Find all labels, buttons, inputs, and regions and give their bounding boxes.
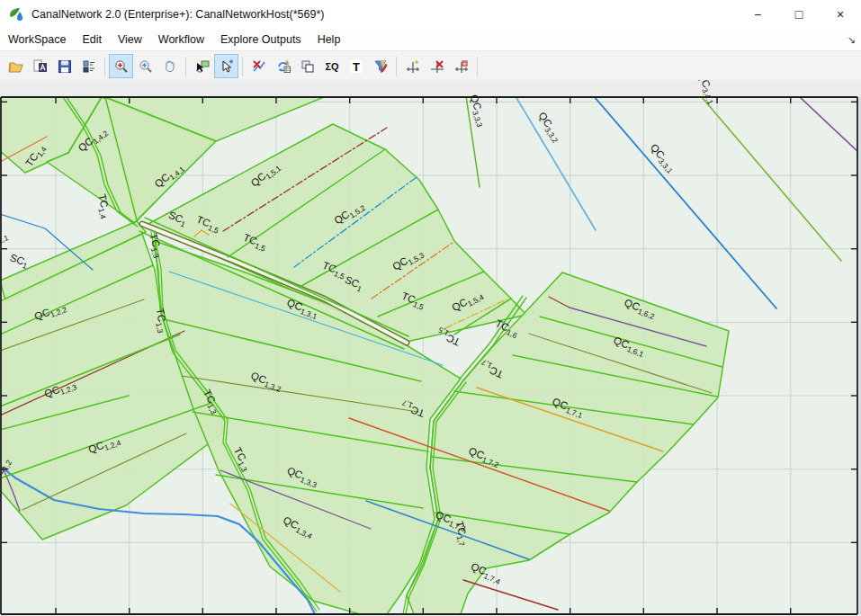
menu-workflow[interactable]: Workflow <box>150 29 212 50</box>
map-area: TC1,4QC1,4,2QC1,4,1TC1,4SC1TC1,5QC1,5,1Q… <box>0 80 861 616</box>
menu-workspace[interactable]: WorkSpace <box>0 29 74 50</box>
save-floppy-button[interactable] <box>52 54 76 78</box>
filter-style-icon <box>372 58 389 75</box>
toolbar-separator <box>104 57 105 76</box>
svg-text:ΣQ: ΣQ <box>325 61 339 72</box>
axis-add-button[interactable] <box>400 54 425 78</box>
zoom-in-button[interactable] <box>109 54 133 78</box>
recompute-table-button[interactable] <box>271 54 295 78</box>
app-window: CanalNetwork 2.0 (Enterprise+): CanalNet… <box>0 0 861 616</box>
filter-style-button[interactable] <box>368 54 392 78</box>
axis-delete-icon <box>429 58 445 75</box>
menubar: WorkSpace Edit View Workflow Explore Out… <box>0 29 861 51</box>
minimize-button[interactable]: − <box>737 0 778 29</box>
toolbar: ΣQ T <box>0 51 861 82</box>
recompute-table-icon <box>275 58 291 75</box>
delete-polyline-icon <box>251 58 267 75</box>
open-folder-button[interactable] <box>4 54 28 78</box>
menu-edit[interactable]: Edit <box>74 29 110 50</box>
report-document-button[interactable] <box>28 54 52 78</box>
display-options-icon <box>81 58 97 75</box>
report-document-icon <box>32 58 49 75</box>
menubar-corner-arrow-icon[interactable]: ↘ <box>848 29 856 50</box>
pan-hand-icon <box>162 58 178 75</box>
select-annotate-button[interactable] <box>190 54 214 78</box>
zoom-window-button[interactable] <box>133 54 157 78</box>
app-logo-icon <box>8 6 24 22</box>
svg-text:T: T <box>353 59 360 73</box>
sigma-q-icon: ΣQ <box>322 58 342 75</box>
axis-settings-icon <box>453 58 470 75</box>
titlebar[interactable]: CanalNetwork 2.0 (Enterprise+): CanalNet… <box>0 0 861 29</box>
display-options-button[interactable] <box>76 54 101 78</box>
menu-help[interactable]: Help <box>309 29 349 50</box>
axis-delete-button[interactable] <box>425 54 449 78</box>
map-canvas[interactable]: TC1,4QC1,4,2QC1,4,1TC1,4SC1TC1,5QC1,5,1Q… <box>0 80 861 616</box>
select-plus-icon <box>219 58 235 75</box>
toolbar-separator <box>242 57 243 76</box>
toolbar-separator <box>185 57 186 76</box>
axis-add-icon <box>405 58 421 75</box>
layout-blocks-icon <box>300 58 316 75</box>
toolbar-separator <box>477 57 478 76</box>
layout-blocks-button[interactable] <box>295 54 319 78</box>
sigma-q-button[interactable]: ΣQ <box>319 54 344 78</box>
save-floppy-icon <box>57 58 73 75</box>
select-plus-button[interactable] <box>214 54 238 78</box>
menu-view[interactable]: View <box>110 29 150 50</box>
open-folder-icon <box>8 58 24 75</box>
menu-explore-outputs[interactable]: Explore Outputs <box>212 29 309 50</box>
text-tool-icon: T <box>348 58 364 75</box>
toolbar-separator <box>396 57 397 76</box>
delete-polyline-button[interactable] <box>247 54 271 78</box>
close-button[interactable]: × <box>820 0 861 29</box>
axis-settings-button[interactable] <box>449 54 473 78</box>
pan-hand-button[interactable] <box>157 54 182 78</box>
zoom-window-icon <box>138 58 154 75</box>
select-annotate-icon <box>194 58 211 75</box>
window-title: CanalNetwork 2.0 (Enterprise+): CanalNet… <box>31 8 324 21</box>
maximize-button[interactable]: □ <box>778 0 820 29</box>
zoom-in-icon <box>113 58 130 75</box>
text-label-button[interactable]: T <box>344 54 368 78</box>
